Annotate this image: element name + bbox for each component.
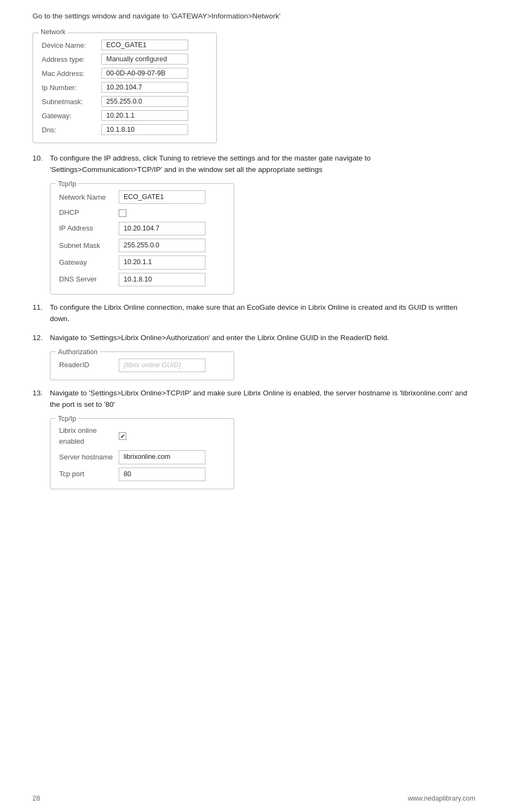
network-panel: Network Device Name:ECO_GATE1Address typ… — [33, 33, 217, 143]
panel-row: Dns:10.1.8.10 — [42, 124, 208, 135]
panel-checked-checkbox[interactable]: ✔ — [119, 432, 126, 440]
sub-panel-title: Tcp/Ip — [56, 414, 78, 424]
panel-row-value: 10.1.8.10 — [119, 273, 205, 286]
panel-row-label: Ip Number: — [42, 84, 101, 92]
page-number: 28 — [33, 795, 40, 802]
sub-panel-title: Authorization — [56, 347, 100, 357]
panel-row-value: ECO_GATE1 — [119, 190, 205, 204]
panel-row-label: Subnet Mask — [59, 240, 119, 251]
panel-row-label: Gateway — [59, 257, 119, 268]
panel-row-value: 10.20.1.1 — [119, 255, 205, 269]
list-item: 10.To configure the IP address, click Tu… — [33, 153, 475, 295]
panel-row-value: Manually configured — [101, 54, 188, 65]
panel-row-value: 10.20.104.7 — [119, 222, 205, 235]
network-panel-title: Network — [38, 28, 68, 36]
panel-row-label: IP Address — [59, 223, 119, 234]
panel-row: Address type:Manually configured — [42, 54, 208, 65]
step-content: To configure the IP address, click Tunin… — [50, 153, 475, 295]
panel-row: DHCP — [59, 207, 225, 218]
panel-row: Librix online enabled✔ — [59, 425, 225, 447]
panel-row-label: Address type: — [42, 55, 101, 63]
panel-row: Device Name:ECO_GATE1 — [42, 40, 208, 50]
panel-row: Subnetmask:255.255.0.0 — [42, 96, 208, 107]
panel-row-label: Gateway: — [42, 112, 101, 120]
panel-row-value: 10.20.104.7 — [101, 82, 188, 93]
panel-row-label: DHCP — [59, 207, 119, 218]
panel-row: Network NameECO_GATE1 — [59, 190, 225, 204]
step-number: 12. — [33, 333, 50, 344]
panel-row-value: ECO_GATE1 — [101, 40, 188, 50]
panel-row-label: Librix online enabled — [59, 425, 119, 447]
step-content: Navigate to 'Settings>Librix Online>Auth… — [50, 333, 475, 380]
step-content: Navigate to 'Settings>Librix Online>TCP/… — [50, 388, 475, 489]
sub-panel: AuthorizationReaderID{librix online GUID… — [50, 351, 234, 380]
panel-row-label: Mac Address: — [42, 69, 101, 78]
panel-row: Gateway:10.20.1.1 — [42, 110, 208, 121]
panel-row-label: Network Name — [59, 192, 119, 203]
footer: 28 www.nedaplibrary.com — [33, 795, 475, 802]
panel-row-value: 255.255.0.0 — [101, 96, 188, 107]
sub-panel: Tcp/IpNetwork NameECO_GATE1DHCPIP Addres… — [50, 183, 234, 295]
step-number: 13. — [33, 388, 50, 399]
step-number: 11. — [33, 302, 50, 314]
panel-row-label: DNS Server — [59, 274, 119, 285]
panel-row-value: 255.255.0.0 — [119, 239, 205, 252]
list-item: 13.Navigate to 'Settings>Librix Online>T… — [33, 388, 475, 489]
step-content: To configure the Librix Online connectio… — [50, 302, 475, 325]
step-text: To configure the Librix Online connectio… — [50, 302, 475, 325]
panel-row-value: 80 — [119, 468, 205, 481]
step-text: Navigate to 'Settings>Librix Online>TCP/… — [50, 388, 475, 411]
step-number: 10. — [33, 153, 50, 164]
panel-row-value: 10.1.8.10 — [101, 124, 188, 135]
panel-checkbox[interactable] — [119, 209, 126, 217]
panel-row-value: 10.20.1.1 — [101, 110, 188, 121]
panel-row-label: ReaderID — [59, 360, 119, 370]
panel-row-label: Server hostname — [59, 452, 119, 463]
panel-row: Tcp port80 — [59, 468, 225, 481]
panel-row-value: librixonline.com — [119, 450, 205, 464]
step-text: Navigate to 'Settings>Librix Online>Auth… — [50, 333, 475, 344]
list-item: 11.To configure the Librix Online connec… — [33, 302, 475, 325]
panel-row: DNS Server10.1.8.10 — [59, 273, 225, 286]
panel-row-value: 00-0D-A0-09-07-9B — [101, 68, 188, 79]
panel-row-label: Subnetmask: — [42, 98, 101, 106]
website: www.nedaplibrary.com — [408, 795, 475, 802]
sub-panel-title: Tcp/Ip — [56, 179, 78, 189]
panel-row: ReaderID{librix online GUID} — [59, 359, 225, 372]
sub-panel: Tcp/IpLibrix online enabled✔Server hostn… — [50, 418, 234, 489]
panel-row-label: Device Name: — [42, 41, 101, 49]
panel-row: IP Address10.20.104.7 — [59, 222, 225, 235]
panel-row: Subnet Mask255.255.0.0 — [59, 239, 225, 252]
intro-text: Go to the settings window and navigate t… — [33, 11, 475, 22]
panel-row: Server hostnamelibrixonline.com — [59, 450, 225, 464]
panel-row: Gateway10.20.1.1 — [59, 255, 225, 269]
panel-row-label: Dns: — [42, 126, 101, 134]
panel-row-label: Tcp port — [59, 469, 119, 479]
step-text: To configure the IP address, click Tunin… — [50, 153, 475, 176]
panel-row: Mac Address:00-0D-A0-09-07-9B — [42, 68, 208, 79]
list-item: 12.Navigate to 'Settings>Librix Online>A… — [33, 333, 475, 380]
panel-row: Ip Number:10.20.104.7 — [42, 82, 208, 93]
panel-guid-value: {librix online GUID} — [119, 359, 205, 372]
